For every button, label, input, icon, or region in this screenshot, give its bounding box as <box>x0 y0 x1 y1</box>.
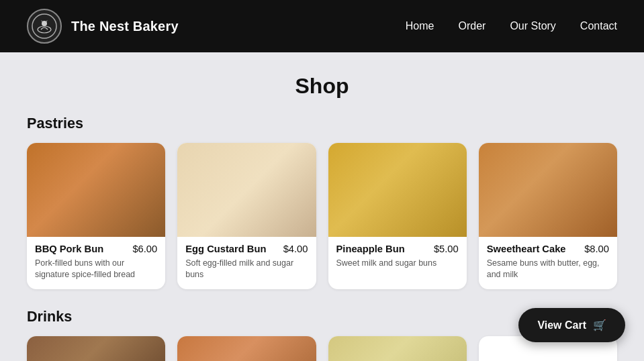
product-desc-egg: Soft egg-filled milk and sugar buns <box>185 258 308 281</box>
nav-our-story[interactable]: Our Story <box>510 20 555 32</box>
pastries-title: Pastries <box>27 115 617 132</box>
view-cart-label: View Cart <box>537 319 586 331</box>
product-image-sweetheart <box>479 143 617 237</box>
logo-icon <box>27 9 62 44</box>
product-header-sweetheart: Sweetheart Cake $8.00 <box>487 244 609 254</box>
brand-name: The Nest Bakery <box>71 19 179 34</box>
nav-order[interactable]: Order <box>458 20 486 32</box>
product-name-bbq: BBQ Pork Bun <box>35 244 132 254</box>
product-desc-sweetheart: Sesame buns with butter, egg, and milk <box>487 258 609 281</box>
product-desc-bbq: Pork-filled buns with our signature spic… <box>35 258 157 281</box>
drink-image-1 <box>27 336 165 361</box>
product-card-pineapple[interactable]: Pineapple Bun $5.00 Sweet milk and sugar… <box>328 143 467 289</box>
product-price-sweetheart: $8.00 <box>584 244 609 254</box>
product-name-egg: Egg Custard Bun <box>185 244 283 254</box>
header: The Nest Bakery Home Order Our Story Con… <box>0 0 644 52</box>
drink-card-3[interactable] <box>328 336 467 361</box>
product-header-pineapple: Pineapple Bun $5.00 <box>336 244 459 254</box>
product-price-pineapple: $5.00 <box>434 244 459 254</box>
product-price-egg: $4.00 <box>283 244 308 254</box>
view-cart-button[interactable]: View Cart 🛒 <box>518 308 625 342</box>
product-card-egg[interactable]: Egg Custard Bun $4.00 Soft egg-filled mi… <box>177 143 316 289</box>
product-image-egg <box>177 143 316 237</box>
product-header-bbq: BBQ Pork Bun $6.00 <box>35 244 157 254</box>
drink-card-2[interactable] <box>177 336 316 361</box>
page-title: Shop <box>27 74 617 99</box>
pastries-grid: BBQ Pork Bun $6.00 Pork-filled buns with… <box>27 143 617 289</box>
product-info-bbq: BBQ Pork Bun $6.00 Pork-filled buns with… <box>27 237 165 289</box>
logo-area: The Nest Bakery <box>27 9 179 44</box>
product-image-pineapple <box>328 143 467 237</box>
product-card-bbq[interactable]: BBQ Pork Bun $6.00 Pork-filled buns with… <box>27 143 165 289</box>
product-name-pineapple: Pineapple Bun <box>336 244 434 254</box>
product-info-sweetheart: Sweetheart Cake $8.00 Sesame buns with b… <box>479 237 617 289</box>
drink-image-3 <box>328 336 467 361</box>
nav-home[interactable]: Home <box>406 20 434 32</box>
product-image-bbq <box>27 143 165 237</box>
product-card-sweetheart[interactable]: Sweetheart Cake $8.00 Sesame buns with b… <box>479 143 617 289</box>
product-info-egg: Egg Custard Bun $4.00 Soft egg-filled mi… <box>177 237 316 289</box>
drink-image-2 <box>177 336 316 361</box>
nav-contact[interactable]: Contact <box>580 20 617 32</box>
product-price-bbq: $6.00 <box>132 244 157 254</box>
product-desc-pineapple: Sweet milk and sugar buns <box>336 258 459 269</box>
product-info-pineapple: Pineapple Bun $5.00 Sweet milk and sugar… <box>328 237 467 277</box>
product-name-sweetheart: Sweetheart Cake <box>487 244 584 254</box>
drink-card-1[interactable] <box>27 336 165 361</box>
pastries-section: Pastries BBQ Pork Bun $6.00 Pork-filled … <box>27 115 617 289</box>
product-header-egg: Egg Custard Bun $4.00 <box>185 244 308 254</box>
cart-icon: 🛒 <box>593 319 606 331</box>
nav: Home Order Our Story Contact <box>406 20 617 32</box>
